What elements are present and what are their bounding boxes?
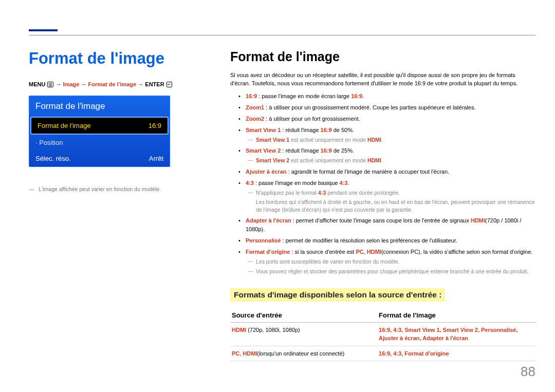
mid: 16:9 — [321, 147, 332, 154]
b: (720p, 1080i, 1080p) — [246, 327, 300, 333]
tail: 4:3 — [340, 180, 348, 186]
val: 16:9, 4:3, Smart View 1, Smart View 2, P… — [379, 327, 517, 342]
b: HDMI — [367, 249, 381, 255]
left-column: Format de l'image MENU ▥ → Image → Forma… — [29, 49, 203, 193]
rest: : permet de modifier la résolution selon… — [281, 237, 457, 244]
dot: . — [347, 180, 349, 186]
mid: 16:9 — [321, 127, 332, 133]
cell-source-1: HDMI (720p, 1080i, 1080p) — [230, 322, 377, 346]
tail: de 25%. — [332, 147, 354, 154]
b: HDMI — [243, 350, 257, 357]
rest: : à utiliser pour un fort grossissement. — [264, 116, 360, 122]
table-row: HDMI (720p, 1080i, 1080p) 16:9, 4:3, Sma… — [230, 322, 536, 346]
term: Smart View 1 — [246, 127, 281, 133]
breadcrumb-arrow-2: → — [81, 81, 86, 87]
opt-zoom2: Zoom2 : à utiliser pour un fort grossiss… — [246, 115, 536, 123]
term: Smart View 2 — [246, 147, 281, 154]
breadcrumb-arrow-1: → — [56, 81, 62, 87]
opt-origine: Format d'origine : si la source d'entrée… — [246, 248, 536, 275]
image-caption: ― L'image affichée peut varier en foncti… — [29, 185, 203, 193]
section-title-left: Format de l'image — [29, 49, 203, 68]
opt-smartview1: Smart View 1 : réduit l'image 16:9 de 50… — [246, 126, 536, 144]
menu-icon: ▥ — [47, 82, 53, 87]
opt-smartview2: Smart View 2 : réduit l'image 16:9 de 25… — [246, 146, 536, 164]
a: Smart View 2 — [256, 157, 289, 163]
osd-row-format[interactable]: Format de l'image 16:9 — [30, 117, 169, 135]
term: Format d'origine — [246, 249, 290, 255]
term: Ajuster à écran — [246, 169, 286, 175]
intro-text: Si vous avez un décodeur ou un récepteur… — [230, 71, 536, 88]
a: PC — [356, 249, 363, 255]
osd-menu-panel: Format de l'image Format de l'image 16:9… — [29, 96, 170, 167]
a: PC — [232, 350, 239, 357]
tab-marker — [29, 29, 58, 31]
caption-text: L'image affichée peut varier en fonction… — [39, 186, 161, 192]
a: Smart View 1 — [256, 137, 289, 143]
a: 4:3 — [318, 190, 326, 196]
term: 16:9 — [246, 93, 257, 99]
cell-source-2: PC, HDMI(lorsqu'un ordinateur est connec… — [230, 346, 377, 361]
opt-16-9: 16:9 : passe l'image en mode écran large… — [246, 92, 536, 101]
dot: . — [381, 137, 383, 143]
term: Zoom2 — [246, 116, 264, 122]
subsection-heading: Formats d'image disponibles selon la sou… — [230, 288, 445, 302]
osd-row-reso[interactable]: Sélec. réso. Arrêt — [29, 151, 170, 166]
term: Adapter à l'écran — [246, 217, 291, 223]
osd-row-format-value: 16:9 — [149, 122, 161, 129]
section-title-right: Format de l'image — [230, 49, 536, 64]
rest: : à utiliser pour un grossissement modér… — [264, 104, 476, 110]
osd-row-position-label: · Position — [35, 139, 63, 146]
opt-personnalise: Personnalisé : permet de modifier la rés… — [246, 236, 536, 245]
a: HDMI — [232, 327, 246, 333]
term: 4:3 — [246, 180, 254, 186]
val: 16:9, 4:3, Format d'origine — [379, 350, 449, 357]
page-number: 88 — [521, 364, 535, 380]
tail: 16:9 — [351, 93, 362, 99]
osd-row-reso-label: Sélec. réso. — [35, 155, 71, 162]
rest: : agrandit le format de l'image de maniè… — [286, 169, 449, 175]
th-source: Source d'entrée — [230, 309, 377, 323]
top-rule — [29, 35, 535, 35]
term: Personnalisé — [246, 237, 281, 244]
table-row: PC, HDMI(lorsqu'un ordinateur est connec… — [230, 346, 536, 361]
cell-format-2: 16:9, 4:3, Format d'origine — [377, 346, 536, 361]
breadcrumb-image: Image — [63, 81, 80, 87]
post: pendant une durée prolongée. — [326, 190, 400, 196]
note-4-3-b: ― Les bordures qui s'affichent à droite … — [246, 198, 536, 214]
note-smartview2: Smart View 2 est activé uniquement en mo… — [246, 157, 536, 164]
th-format: Format de l'image — [377, 309, 536, 323]
opt-ajuster: Ajuster à écran : agrandit le format de … — [246, 167, 536, 176]
extra: Les bordures qui s'affichent à droite et… — [256, 199, 535, 213]
rest: : réduit l'image — [281, 127, 320, 133]
pre: N'appliquez pas le format — [256, 190, 318, 196]
b: HDMI — [367, 137, 381, 143]
note-4-3-a: N'appliquez pas le format 4:3 pendant un… — [246, 189, 536, 197]
rest: : passe l'image en mode basique — [254, 180, 340, 186]
osd-row-position[interactable]: · Position — [29, 135, 170, 151]
tail: (lorsqu'un ordinateur est connecté) — [257, 350, 345, 357]
osd-row-format-label: Format de l'image — [38, 122, 91, 129]
note-origine-b: Vous pouvez régler et stocker des paramè… — [246, 268, 536, 275]
opt-adapter: Adapter à l'écran : permet d'afficher to… — [246, 216, 536, 234]
note-smartview1: Smart View 1 est activé uniquement en mo… — [246, 136, 536, 144]
rest: : si la source d'entrée est — [290, 249, 356, 255]
rest: : passe l'image en mode écran large — [257, 93, 351, 99]
enter-icon: ↵ — [166, 82, 172, 87]
caption-dash: ― — [29, 186, 34, 192]
mid: est activé uniquement en mode — [289, 157, 367, 163]
opt-4-3: 4:3 : passe l'image en mode basique 4:3.… — [246, 179, 536, 214]
formats-table: Source d'entrée Format de l'image HDMI (… — [230, 309, 536, 362]
rest: : permet d'afficher toute l'image sans c… — [291, 217, 471, 223]
mid: est activé uniquement en mode — [289, 137, 367, 143]
b: HDMI — [367, 157, 381, 163]
tail: de 50%. — [332, 127, 354, 133]
rest: : réduit l'image — [281, 147, 320, 154]
note-origine-a: Les ports sont susceptibles de varier en… — [246, 258, 536, 266]
term: Zoom1 — [246, 104, 264, 110]
osd-row-reso-value: Arrêt — [149, 155, 163, 162]
breadcrumb-enter: ENTER — [145, 81, 164, 87]
breadcrumb-menu: MENU — [29, 81, 45, 87]
dot: . — [362, 93, 364, 99]
breadcrumb-arrow-3: → — [138, 81, 143, 87]
opt-zoom1: Zoom1 : à utiliser pour un grossissement… — [246, 103, 536, 112]
